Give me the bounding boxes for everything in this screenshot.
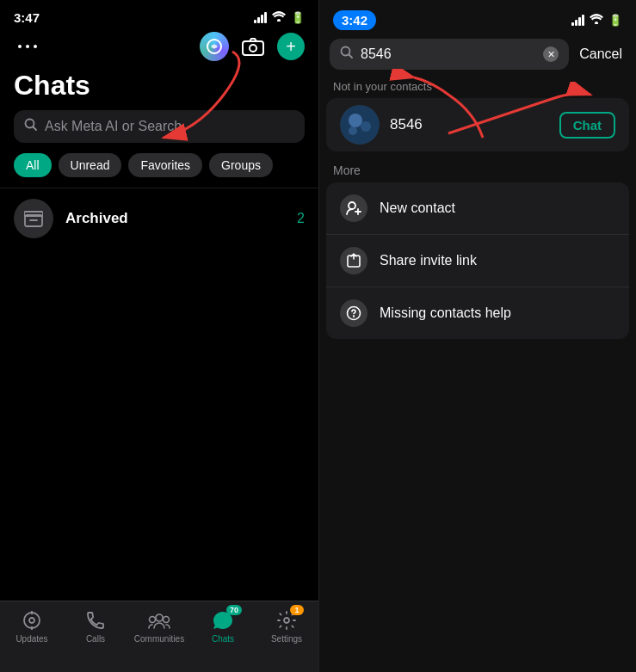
contact-result-row[interactable]: 8546 Chat [326,98,629,151]
wifi-icon-right [590,14,603,27]
chat-button[interactable]: Chat [559,112,615,139]
filter-tab-unread[interactable]: Unread [59,153,122,177]
header-right-icons: + [200,32,305,61]
search-bar[interactable]: Ask Meta AI or Search [14,110,305,143]
status-bar-right: 3:42 🔋 [319,0,636,34]
tab-calls[interactable]: Calls [64,608,127,644]
svg-point-17 [164,617,170,623]
header-actions: + [0,28,318,66]
svg-point-2 [26,45,29,48]
svg-point-1 [18,45,22,48]
tab-bar: Updates Calls Com [0,601,318,672]
new-contact-label: New contact [380,200,455,216]
contact-avatar [340,105,380,145]
time-left: 3:47 [14,10,40,25]
tab-calls-label: Calls [86,634,105,644]
svg-point-27 [349,126,357,135]
svg-point-16 [150,617,156,623]
tab-updates[interactable]: Updates [0,608,64,644]
new-contact-icon [340,194,367,222]
archived-label: Archived [65,210,285,227]
communities-icon [147,608,171,632]
share-invite-icon [340,247,367,274]
clear-search-button[interactable]: ✕ [543,46,559,62]
svg-point-18 [156,614,163,621]
missing-contacts-option[interactable]: Missing contacts help [326,287,629,339]
settings-badge: 1 [290,605,304,615]
filter-tab-all[interactable]: All [14,153,52,177]
search-icon [24,118,38,135]
signal-icon-right [571,15,584,26]
svg-point-6 [250,45,256,52]
svg-line-23 [349,55,353,59]
tab-chats-label: Chats [212,634,234,644]
status-icons-right: 🔋 [571,14,622,27]
archived-count: 2 [297,211,305,226]
status-bar-left: 3:47 🔋 [0,0,318,28]
svg-rect-5 [243,41,263,55]
contact-number: 8546 [390,116,549,133]
new-contact-option[interactable]: New contact [326,182,629,235]
more-options-list: New contact Share invite link Missing c [326,182,629,339]
camera-button[interactable] [239,33,267,60]
svg-point-25 [349,114,362,127]
filter-tab-groups[interactable]: Groups [209,153,273,177]
chats-tab-icon: 70 [211,608,235,632]
filter-tab-favorites[interactable]: Favorites [128,153,202,177]
archive-icon [14,199,53,238]
left-panel: 3:47 🔋 [0,0,318,672]
svg-point-13 [29,618,34,623]
missing-contacts-icon [340,299,367,327]
not-in-contacts-label: Not in your contacts [319,75,636,98]
search-row: 8546 ✕ Cancel [319,34,636,75]
tab-updates-label: Updates [15,634,47,644]
svg-point-0 [277,19,281,22]
search-icon-right [340,46,354,63]
calls-icon [83,608,108,632]
chats-badge: 70 [226,605,242,615]
svg-rect-10 [24,212,43,216]
svg-line-8 [34,127,37,131]
share-invite-option[interactable]: Share invite link [326,235,629,287]
wifi-icon [272,11,286,24]
svg-point-26 [361,121,371,132]
meta-ai-icon[interactable] [200,32,229,61]
menu-dots-button[interactable] [14,33,41,60]
updates-icon [20,608,44,632]
share-invite-label: Share invite link [380,253,477,268]
more-label: More [319,151,636,182]
svg-point-19 [284,618,289,623]
chats-title: Chats [0,66,318,110]
signal-icon [254,12,267,23]
settings-icon: 1 [275,608,299,632]
tab-communities[interactable]: Communities [127,608,191,644]
tab-settings[interactable]: 1 Settings [255,608,318,644]
right-panel: 3:42 🔋 [318,0,636,672]
archived-row[interactable]: Archived 2 [0,188,318,249]
svg-point-29 [349,202,355,209]
svg-point-12 [24,613,40,628]
compose-icon: + [286,38,296,55]
search-query: 8546 [361,46,536,62]
battery-icon: 🔋 [291,11,305,24]
tab-chats[interactable]: 70 Chats [191,608,255,644]
tab-communities-label: Communities [134,634,184,644]
search-placeholder: Ask Meta AI or Search [45,119,294,134]
filter-tabs: All Unread Favorites Groups [0,153,318,188]
search-input[interactable]: 8546 ✕ [330,39,569,70]
svg-point-21 [595,22,598,24]
compose-button[interactable]: + [277,33,305,60]
battery-icon-right: 🔋 [608,14,622,27]
cancel-button[interactable]: Cancel [576,43,626,65]
missing-contacts-label: Missing contacts help [380,305,511,321]
svg-point-3 [34,45,37,48]
tab-settings-label: Settings [271,634,302,644]
time-right: 3:42 [333,10,376,30]
status-icons-left: 🔋 [254,11,305,24]
